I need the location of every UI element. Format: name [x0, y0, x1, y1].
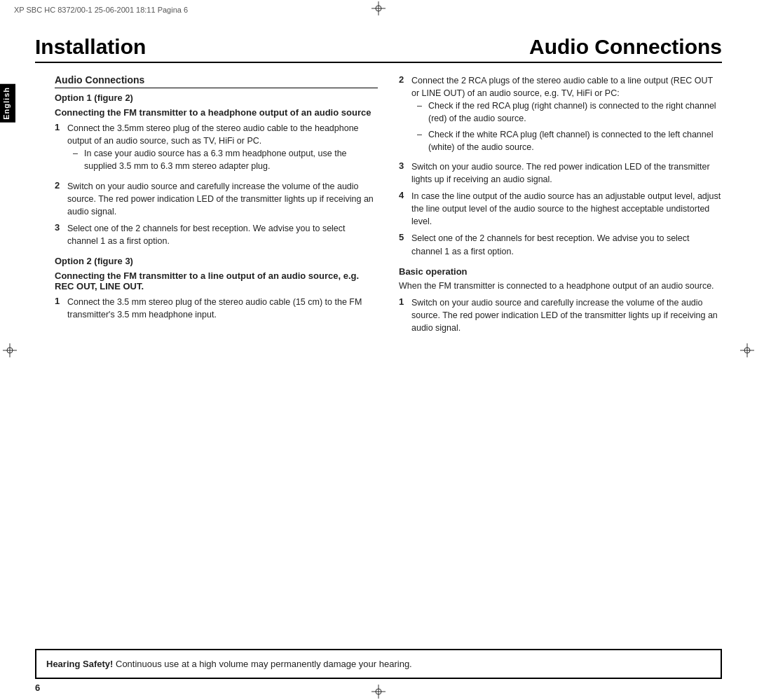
bullet-item: – Check if the white RCA plug (left chan…	[411, 128, 722, 153]
bullet-dash: –	[417, 128, 424, 153]
item-num: 1	[55, 122, 63, 176]
item-text: Switch on your audio source. The red pow…	[411, 162, 710, 184]
english-tab: English	[0, 84, 15, 123]
list-item: 1 Connect the 3.5 mm stereo plug of the …	[55, 296, 378, 321]
columns: Audio Connections Option 1 (figure 2) Co…	[55, 74, 722, 338]
bullet-dash: –	[73, 147, 80, 172]
list-item: 2 Connect the 2 RCA plugs of the stereo …	[399, 74, 722, 156]
item-num: 1	[55, 296, 63, 321]
item-content: Switch on your audio source and carefull…	[411, 296, 722, 334]
bullet-content: Check if the red RCA plug (right channel…	[428, 99, 722, 125]
item-content: Connect the 3.5 mm stereo plug of the st…	[67, 296, 378, 321]
item-content: Select one of the 2 channels for best re…	[411, 232, 722, 257]
english-tab-label: English	[2, 87, 11, 120]
main-content: Installation Audio Connections Audio Con…	[35, 35, 722, 665]
item-content: Switch on your audio source and carefull…	[67, 180, 378, 218]
option2-section: Option 2 (figure 3) Connecting the FM tr…	[55, 256, 378, 321]
crosshair-bottom	[371, 685, 386, 699]
item-content: Connect the 3.5mm stereo plug of the ste…	[67, 122, 378, 176]
item-num: 5	[399, 232, 407, 257]
crosshair-left	[3, 343, 17, 357]
list-item: 1 Connect the 3.5mm stereo plug of the s…	[55, 122, 378, 176]
option2-heading: Option 2 (figure 3)	[55, 256, 378, 266]
list-item: 3 Switch on your audio source. The red p…	[399, 160, 722, 186]
item-num: 3	[399, 160, 407, 186]
col-left: Audio Connections Option 1 (figure 2) Co…	[55, 74, 378, 338]
item-num: 3	[55, 222, 63, 247]
title-installation: Installation	[35, 35, 146, 59]
doc-header: XP SBC HC 8372/00-1 25-06-2001 18:11 Pag…	[14, 6, 188, 14]
crosshair-right	[740, 343, 754, 357]
bullet-content: In case your audio source has a 6.3 mm h…	[84, 147, 378, 172]
item-content: In case the line output of the audio sou…	[411, 190, 722, 228]
item-text: Connect the 2 RCA plugs of the stereo au…	[411, 76, 713, 98]
rec-out-text: REC OUT, LINE OUT.	[55, 281, 144, 291]
item-text: Connect the 3.5mm stereo plug of the ste…	[67, 123, 359, 146]
connecting-heading: Connecting the FM transmitter to a headp…	[55, 107, 378, 118]
item-num: 2	[55, 180, 63, 218]
crosshair-top	[371, 1, 386, 15]
list-item: 3 Select one of the 2 channels for best …	[55, 222, 378, 247]
list-item: 4 In case the line output of the audio s…	[399, 190, 722, 228]
bullet-item: – In case your audio source has a 6.3 mm…	[67, 147, 378, 172]
connecting2-heading-text: Connecting the FM transmitter to a line …	[55, 270, 359, 291]
list-item: 2 Switch on your audio source and carefu…	[55, 180, 378, 218]
item-text: Connect the 3.5 mm stereo plug of the st…	[67, 297, 362, 320]
list-item: 1 Switch on your audio source and carefu…	[399, 296, 722, 334]
page-titles: Installation Audio Connections	[35, 35, 722, 63]
item-text: In case the line output of the audio sou…	[411, 191, 721, 226]
item-num: 1	[399, 296, 407, 334]
bullet-item: – Check if the red RCA plug (right chann…	[411, 99, 722, 125]
list-item: 5 Select one of the 2 channels for best …	[399, 232, 722, 257]
item-text: Select one of the 2 channels for best re…	[67, 224, 346, 246]
basic-op-intro: When the FM transmitter is connected to …	[399, 280, 722, 292]
option1-heading: Option 1 (figure 2)	[55, 92, 378, 103]
item-content: Select one of the 2 channels for best re…	[67, 222, 378, 247]
connecting2-heading: Connecting the FM transmitter to a line …	[55, 270, 378, 291]
item-content: Switch on your audio source. The red pow…	[411, 160, 722, 186]
col-right: 2 Connect the 2 RCA plugs of the stereo …	[399, 74, 722, 338]
safety-bold-text: Hearing Safety!	[46, 659, 113, 669]
item-num: 4	[399, 190, 407, 228]
item-text: Select one of the 2 channels for best re…	[411, 233, 690, 256]
bullet-dash: –	[417, 99, 424, 125]
connecting-heading-text: Connecting the FM transmitter to a headp…	[55, 107, 371, 118]
section-heading: Audio Connections	[55, 74, 378, 88]
safety-text: Continuous use at a high volume may perm…	[113, 659, 411, 669]
item-content: Connect the 2 RCA plugs of the stereo au…	[411, 74, 722, 156]
item-text: Switch on your audio source and carefull…	[411, 298, 718, 333]
title-audio-connections: Audio Connections	[529, 35, 722, 59]
page-container: XP SBC HC 8372/00-1 25-06-2001 18:11 Pag…	[0, 0, 757, 700]
bullet-content: Check if the white RCA plug (left channe…	[428, 128, 722, 153]
page-number: 6	[35, 682, 40, 693]
basic-op-heading: Basic operation	[399, 266, 722, 277]
doc-header-text: XP SBC HC 8372/00-1 25-06-2001 18:11 Pag…	[14, 6, 188, 14]
item-text: Switch on your audio source and carefull…	[67, 181, 374, 217]
safety-box: Hearing Safety! Continuous use at a high…	[35, 649, 722, 680]
item-num: 2	[399, 74, 407, 156]
